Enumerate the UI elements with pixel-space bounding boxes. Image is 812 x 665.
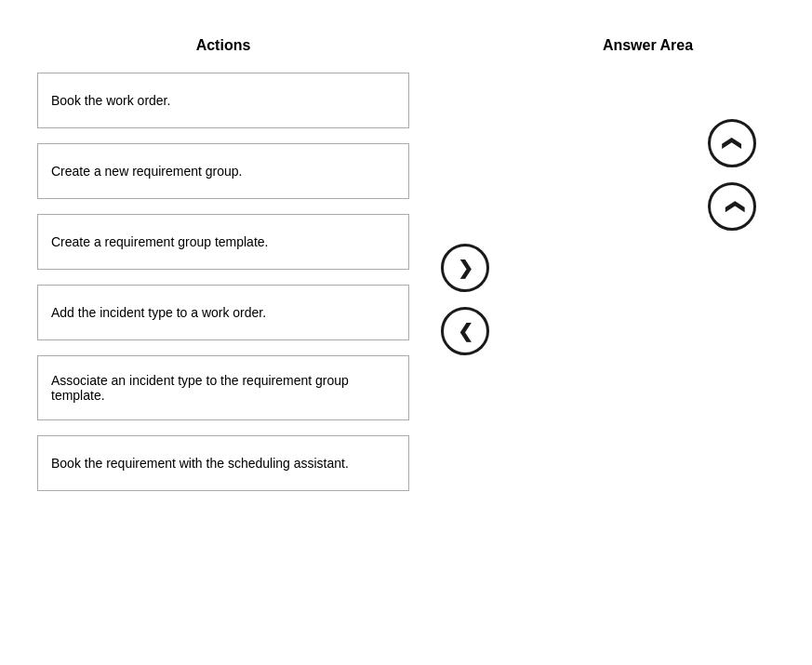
ud-controls: ❮ ❯ [708,119,756,231]
action-item-2[interactable]: Create a new requirement group. [37,143,409,199]
action-item-2-text: Create a new requirement group. [51,164,242,179]
answer-area: ❮ ❯ [521,73,775,506]
action-item-3[interactable]: Create a requirement group template. [37,214,409,270]
chevron-down-icon: ❯ [723,199,741,215]
answer-area-title: Answer Area [521,37,775,54]
move-up-button[interactable]: ❮ [708,119,756,167]
actions-title: Actions [37,37,409,54]
move-down-button[interactable]: ❯ [708,182,756,231]
actions-column: Actions Book the work order. Create a ne… [37,37,409,506]
action-item-6[interactable]: Book the requirement with the scheduling… [37,435,409,491]
lr-controls: ❯ ❮ [409,37,521,506]
move-left-button[interactable]: ❮ [441,307,489,355]
move-right-button[interactable]: ❯ [441,244,489,292]
action-item-5-text: Associate an incident type to the requir… [51,373,395,403]
action-item-6-text: Book the requirement with the scheduling… [51,456,349,471]
chevron-left-icon: ❮ [458,322,473,340]
action-item-5[interactable]: Associate an incident type to the requir… [37,355,409,420]
action-item-1[interactable]: Book the work order. [37,73,409,128]
action-item-3-text: Create a requirement group template. [51,234,268,249]
action-item-1-text: Book the work order. [51,93,170,108]
answer-column: Answer Area ❮ ❯ [521,37,775,506]
chevron-up-icon: ❮ [723,136,741,152]
action-item-4[interactable]: Add the incident type to a work order. [37,285,409,340]
chevron-right-icon: ❯ [458,259,473,277]
action-item-4-text: Add the incident type to a work order. [51,305,266,320]
